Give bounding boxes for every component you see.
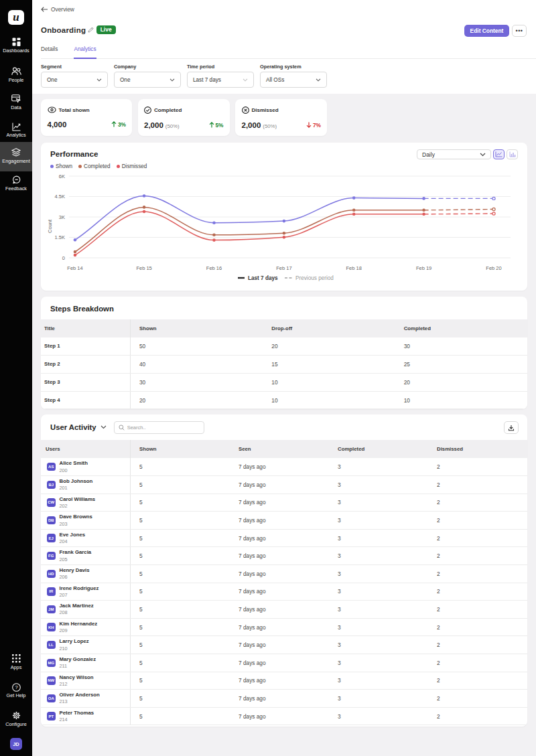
svg-text:Last 7 days: Last 7 days [248, 275, 278, 281]
svg-text:Feb 19: Feb 19 [416, 265, 431, 271]
svg-text:3K: 3K [59, 214, 65, 220]
svg-text:Previous period: Previous period [295, 275, 334, 281]
svg-text:Feb 15: Feb 15 [136, 265, 151, 271]
svg-text:?: ? [15, 684, 17, 690]
svg-text:Count: Count [47, 220, 53, 234]
svg-text:Feb 20: Feb 20 [486, 265, 501, 271]
svg-text:0: 0 [62, 255, 65, 261]
svg-text:Feb 18: Feb 18 [346, 265, 362, 271]
svg-text:Feb 16: Feb 16 [206, 265, 222, 271]
svg-text:1.5K: 1.5K [55, 234, 65, 240]
svg-text:4.5K: 4.5K [55, 194, 65, 200]
svg-text:Feb 17: Feb 17 [276, 265, 291, 271]
svg-text:6K: 6K [59, 173, 65, 179]
svg-text:Feb 14: Feb 14 [67, 265, 82, 271]
